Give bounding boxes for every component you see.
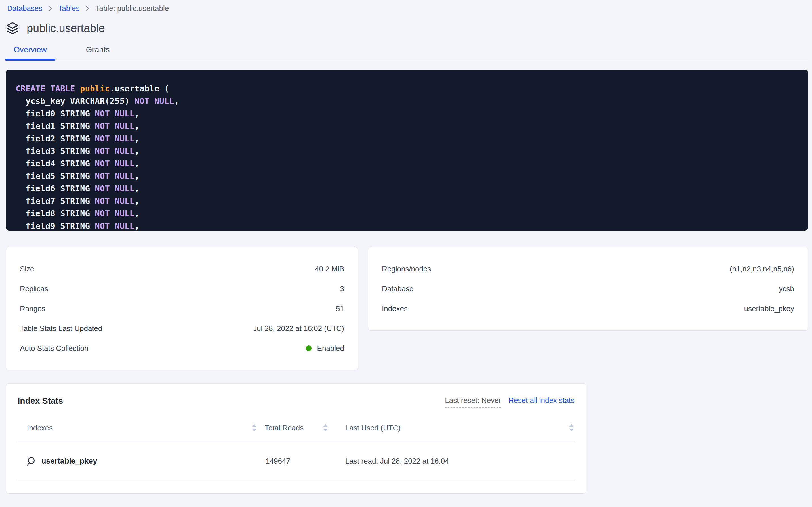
breadcrumb: Databases Tables Table: public.usertable — [0, 0, 812, 13]
stat-value: Enabled — [306, 344, 344, 353]
breadcrumb-current: Table: public.usertable — [95, 4, 169, 13]
stat-value: 3 — [340, 284, 344, 293]
status-enabled-dot-icon — [306, 345, 312, 351]
index-stats-title: Index Stats — [17, 396, 63, 406]
sql-line: field4 STRING NOT NULL, — [16, 157, 800, 170]
breadcrumb-link-databases[interactable]: Databases — [7, 4, 42, 13]
sql-create-statement-block[interactable]: CREATE TABLE public.usertable ( ycsb_key… — [6, 70, 808, 230]
overview-cards-row: Size 40.2 MiB Replicas 3 Ranges 51 Table… — [6, 247, 808, 371]
sort-icon[interactable] — [568, 423, 574, 432]
index-name-link[interactable]: usertable_pkey — [26, 456, 257, 466]
table-divider — [17, 481, 574, 481]
sql-line: field8 STRING NOT NULL, — [16, 207, 800, 220]
stat-label: Size — [20, 265, 34, 273]
stat-row-size: Size 40.2 MiB — [20, 259, 344, 279]
page-title: public.usertable — [27, 22, 105, 35]
stat-row-stats-last-updated: Table Stats Last Updated Jul 28, 2022 at… — [20, 319, 344, 338]
table-layers-icon — [6, 21, 19, 35]
stat-value: Jul 28, 2022 at 16:02 (UTC) — [253, 324, 344, 333]
sql-line: field1 STRING NOT NULL, — [16, 120, 800, 132]
index-stats-header: Index Stats Last reset: Never Reset all … — [17, 396, 574, 408]
sort-icon[interactable] — [251, 423, 257, 432]
stat-value: 40.2 MiB — [315, 265, 344, 273]
stat-value: usertable_pkey — [744, 304, 794, 313]
sql-line: field7 STRING NOT NULL, — [16, 195, 800, 207]
sql-line: field0 STRING NOT NULL, — [16, 107, 800, 120]
stat-label: Replicas — [20, 284, 48, 293]
sort-icon[interactable] — [322, 423, 328, 432]
stat-row-regions-nodes: Regions/nodes (n1,n2,n3,n4,n5,n6) — [382, 259, 794, 279]
index-table-header: Indexes Total Reads Last Used (UTC) — [17, 423, 574, 432]
chevron-right-icon — [85, 5, 90, 12]
sql-line: ycsb_key VARCHAR(255) NOT NULL, — [16, 95, 800, 107]
sql-line: field3 STRING NOT NULL, — [16, 145, 800, 157]
magnifier-icon — [26, 456, 36, 466]
stat-value: 51 — [336, 304, 344, 313]
tab-overview[interactable]: Overview — [5, 45, 55, 60]
sql-line: CREATE TABLE public.usertable ( — [16, 82, 800, 95]
tab-grants[interactable]: Grants — [77, 45, 118, 60]
stat-label: Database — [382, 284, 414, 293]
status-text: Enabled — [317, 344, 344, 353]
column-header-indexes[interactable]: Indexes — [27, 423, 257, 432]
stat-label: Regions/nodes — [382, 265, 431, 273]
page-header: public.usertable — [6, 21, 812, 35]
stat-row-indexes: Indexes usertable_pkey — [382, 299, 794, 319]
stat-row-auto-stats: Auto Stats Collection Enabled — [20, 338, 344, 358]
last-reset-label: Last reset: Never — [445, 396, 501, 408]
stat-label: Table Stats Last Updated — [20, 324, 103, 333]
table-details-card: Size 40.2 MiB Replicas 3 Ranges 51 Table… — [6, 247, 358, 371]
column-header-last-used[interactable]: Last Used (UTC) — [345, 423, 574, 432]
stat-label: Ranges — [20, 304, 45, 313]
sql-line: field6 STRING NOT NULL, — [16, 182, 800, 195]
stat-label: Auto Stats Collection — [20, 344, 88, 353]
index-stats-card: Index Stats Last reset: Never Reset all … — [6, 383, 586, 494]
stat-row-ranges: Ranges 51 — [20, 299, 344, 319]
breadcrumb-link-tables[interactable]: Tables — [58, 4, 79, 13]
stat-value: (n1,n2,n3,n4,n5,n6) — [730, 265, 794, 273]
stat-row-database: Database ycsb — [382, 279, 794, 299]
chevron-right-icon — [48, 5, 53, 12]
index-last-used: Last read: Jul 28, 2022 at 16:04 — [345, 457, 574, 465]
stat-value: ycsb — [779, 284, 794, 293]
tab-bar: Overview Grants — [5, 45, 808, 60]
sql-line: field9 STRING NOT NULL, — [16, 220, 800, 230]
sql-line: field2 STRING NOT NULL, — [16, 132, 800, 145]
stat-row-replicas: Replicas 3 — [20, 279, 344, 299]
reset-index-stats-link[interactable]: Reset all index stats — [508, 396, 574, 405]
index-table-row: usertable_pkey 149647 Last read: Jul 28,… — [17, 441, 574, 481]
stat-label: Indexes — [382, 304, 408, 313]
sql-line: field5 STRING NOT NULL, — [16, 170, 800, 182]
index-total-reads: 149647 — [257, 457, 345, 465]
table-topology-card: Regions/nodes (n1,n2,n3,n4,n5,n6) Databa… — [368, 247, 808, 331]
column-header-total-reads[interactable]: Total Reads — [257, 423, 345, 432]
